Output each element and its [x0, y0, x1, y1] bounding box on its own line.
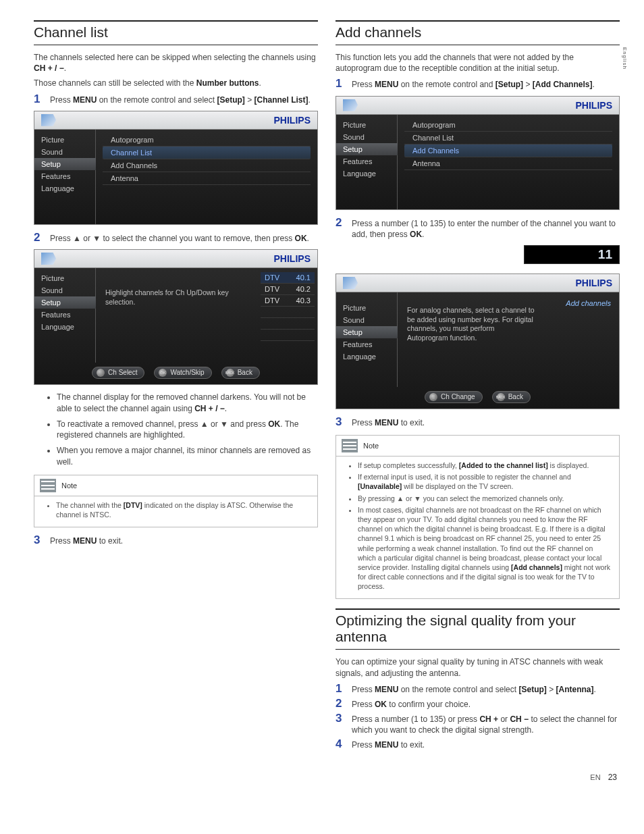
back-icon: BACK: [226, 369, 234, 377]
tv-screenshot-channel-list-menu: PHILIPS Picture Sound Setup Features Lan…: [34, 111, 318, 225]
tv-menu-item: Language: [34, 182, 95, 194]
tv-sub-item-selected: Add Channels: [404, 145, 612, 157]
note-box: Note If setup completes successfully, [A…: [336, 435, 620, 599]
step-text: Press MENU to exit.: [352, 738, 425, 750]
page-footer: EN 23: [0, 766, 644, 794]
step-number: 2: [336, 698, 345, 710]
manual-page: English Channel list The channels select…: [0, 0, 644, 766]
tv-menu-item: Features: [336, 338, 397, 350]
tv-sub-item: Add Channels: [103, 159, 311, 172]
tv-menu-item: Language: [34, 321, 95, 333]
tv-menu-item: Picture: [34, 272, 95, 284]
step-text: Press ▲ or ▼ to select the channel you w…: [50, 232, 309, 244]
note-body: The channel with the [DTV] indicated on …: [34, 496, 317, 527]
section-rule: [336, 608, 620, 610]
step-number: 2: [336, 217, 345, 240]
back-icon: BACK: [497, 393, 505, 401]
tv-channel-row: DTV40.2: [261, 284, 315, 295]
section-rule: [336, 20, 620, 22]
step-2: 2 Press a number (1 to 135) to enter the…: [336, 217, 620, 240]
tv-corner-label: Add channels: [549, 296, 616, 307]
tv-message-area: For analog channels, select a channel to…: [398, 292, 546, 387]
tv-menu-item: Sound: [34, 146, 95, 158]
tv-sub-item: Channel List: [404, 132, 612, 145]
tv-left-menu: Picture Sound Setup Features Language: [34, 130, 96, 224]
step-text: Press a number (1 to 135) to enter the n…: [352, 217, 620, 240]
section-rule: [34, 20, 318, 22]
step-3: 3 Press MENU to exit.: [34, 534, 318, 546]
brand-logo: PHILIPS: [274, 253, 311, 264]
step-number: 3: [336, 712, 345, 735]
brand-logo: PHILIPS: [274, 115, 311, 126]
opt-step-1: 1 Press MENU on the remote control and s…: [336, 683, 620, 695]
tv-footer-buttons: ⠿Ch Change BACKBack: [336, 387, 619, 409]
step-text: Press MENU to exit.: [352, 416, 425, 428]
tv-menu-item: Sound: [336, 314, 397, 326]
step-3: 3 Press MENU to exit.: [336, 416, 620, 428]
tv-menu-item: Picture: [34, 134, 95, 146]
ok-icon: OK: [159, 369, 167, 377]
tv-channel-column: DTV40.1 DTV40.2 DTV40.3: [258, 268, 317, 363]
tv-hint-text: Highlight channels for Ch Up/Down key se…: [96, 272, 258, 312]
tv-header: PHILIPS: [336, 274, 619, 292]
tv-footer-buttons: Ch Select OKWatch/Skip BACKBack: [34, 363, 317, 384]
channel-number-input: 11: [524, 245, 620, 264]
opt-step-4: 4 Press MENU to exit.: [336, 738, 620, 750]
footer-page-number: 23: [608, 773, 617, 782]
tv-screenshot-add-channel-entry: PHILIPS Picture Sound Setup Features Lan…: [336, 273, 620, 409]
tv-sub-item: Autoprogram: [404, 119, 612, 132]
tv-left-menu: Picture Sound Setup Features Language: [34, 268, 96, 363]
tv-sub-item: Antenna: [404, 157, 612, 170]
tv-left-menu: Picture Sound Setup Features Language: [336, 115, 398, 209]
opt-step-3: 3 Press a number (1 to 135) or press CH …: [336, 712, 620, 735]
tv-submenu: Autoprogram Channel List Add Channels An…: [398, 115, 619, 209]
step-text: Press MENU on the remote control and sel…: [50, 93, 311, 105]
sub-bullet-list: The channel display for the removed chan…: [57, 392, 318, 468]
tv-menu-item: Features: [34, 309, 95, 321]
tv-menu-item: Language: [336, 350, 397, 363]
left-column: Channel list The channels selected here …: [34, 20, 318, 752]
step-text: Press MENU on the remote control and [Se…: [352, 78, 595, 90]
intro-text: You can optimize your signal quality by …: [336, 656, 620, 678]
heading-optimize-antenna: Optimizing the signal quality from your …: [336, 613, 620, 645]
intro-text: This function lets you add the channels …: [336, 52, 620, 74]
tv-menu-item: Features: [34, 170, 95, 182]
tv-header: PHILIPS: [34, 250, 317, 268]
intro-text-2: Those channels can still be selected wit…: [34, 78, 318, 88]
section-rule-thin: [34, 45, 318, 45]
tv-pill-back: BACKBack: [221, 367, 260, 379]
intro-text: The channels selected here can be skippe…: [34, 52, 318, 74]
brand-logo: PHILIPS: [576, 100, 612, 111]
note-item: By pressing ▲ or ▼ you can select the me…: [358, 494, 612, 503]
tv-pill-watch-skip: OKWatch/Skip: [154, 367, 211, 379]
step-text: Press MENU to exit.: [50, 534, 123, 546]
tv-pill-ch-select: Ch Select: [92, 367, 144, 379]
note-label: Note: [61, 481, 77, 490]
language-side-tab: English: [622, 47, 628, 70]
note-icon: [40, 479, 56, 492]
tv-menu-item: Language: [336, 167, 397, 180]
tv-pill-back: BACKBack: [492, 391, 531, 403]
tv-pill-ch-change: ⠿Ch Change: [425, 391, 483, 403]
note-header: Note: [34, 475, 317, 496]
tv-menu-item: Sound: [336, 131, 397, 143]
step-1: 1 Press MENU on the remote control and […: [336, 78, 620, 90]
tv-pointer-icon: [343, 277, 358, 289]
step-text: Press a number (1 to 135) or press CH + …: [352, 712, 620, 735]
tv-hint-area: Highlight channels for Ch Up/Down key se…: [96, 268, 258, 363]
tv-left-menu: Picture Sound Setup Features Language: [336, 292, 398, 387]
footer-lang: EN: [590, 773, 600, 781]
tv-submenu: Autoprogram Channel List Add Channels An…: [96, 130, 317, 224]
nav-icon: [97, 369, 105, 377]
tv-pointer-icon: [41, 253, 56, 265]
note-icon: [342, 439, 358, 452]
step-2: 2 Press ▲ or ▼ to select the channel you…: [34, 232, 318, 244]
tv-pointer-icon: [343, 99, 358, 111]
right-column: Add channels This function lets you add …: [336, 20, 620, 752]
tv-menu-item-selected: Setup: [336, 143, 398, 155]
input-row: 11: [336, 241, 620, 264]
tv-message-text: For analog channels, select a channel to…: [398, 296, 546, 348]
tv-menu-item: Picture: [336, 119, 397, 131]
step-text: Press MENU on the remote control and sel…: [352, 683, 596, 695]
step-text: Press OK to confirm your choice.: [352, 698, 471, 710]
